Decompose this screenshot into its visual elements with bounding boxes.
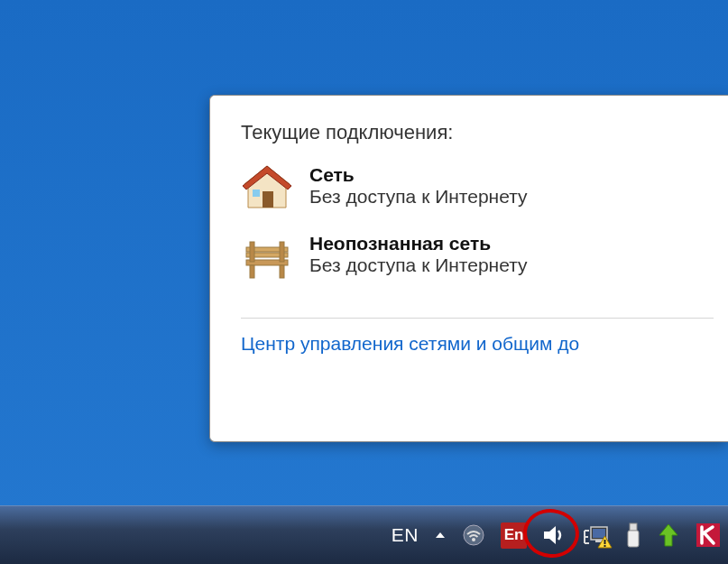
network-center-link[interactable]: Центр управления сетями и общим до [241, 333, 714, 355]
svg-rect-10 [280, 242, 284, 262]
svg-rect-9 [250, 242, 254, 262]
network-text: Сеть Без доступа к Интернету [309, 164, 528, 208]
divider [241, 318, 714, 319]
svg-rect-21 [630, 523, 637, 531]
volume-icon[interactable] [542, 523, 567, 547]
network-text: Неопознанная сеть Без доступа к Интернет… [309, 233, 528, 276]
keyboard-layout-icon[interactable]: En [501, 522, 527, 549]
svg-marker-23 [659, 524, 677, 546]
network-status: Без доступа к Интернету [309, 186, 528, 208]
taskbar: EN En [0, 505, 728, 564]
svg-rect-7 [250, 265, 254, 278]
svg-rect-2 [263, 191, 273, 208]
svg-point-13 [472, 538, 475, 541]
network-name: Сеть [309, 164, 528, 186]
kaspersky-icon[interactable] [696, 522, 721, 548]
network-item-home[interactable]: Сеть Без доступа к Интернету [241, 164, 714, 211]
svg-marker-11 [436, 532, 445, 538]
svg-marker-14 [544, 526, 556, 544]
network-popup: Текущие подключения: Сеть Без доступа к … [209, 95, 728, 442]
wifi-icon[interactable] [462, 523, 485, 547]
network-name: Неопознанная сеть [309, 233, 528, 254]
network-tray-icon[interactable] [583, 523, 610, 547]
svg-rect-22 [628, 531, 639, 547]
house-icon [241, 164, 293, 211]
update-arrow-icon[interactable] [657, 522, 680, 548]
network-item-unknown[interactable]: Неопознанная сеть Без доступа к Интернет… [241, 233, 714, 280]
popup-title: Текущие подключения: [241, 121, 714, 144]
network-status: Без доступа к Интернету [309, 254, 528, 276]
language-indicator[interactable]: EN [392, 524, 419, 546]
svg-rect-8 [280, 265, 284, 278]
svg-rect-19 [604, 540, 606, 544]
bench-icon [241, 233, 293, 280]
svg-rect-20 [604, 545, 606, 547]
show-hidden-icons-button[interactable] [434, 529, 447, 541]
usb-eject-icon[interactable] [625, 522, 641, 549]
svg-rect-3 [253, 190, 260, 197]
